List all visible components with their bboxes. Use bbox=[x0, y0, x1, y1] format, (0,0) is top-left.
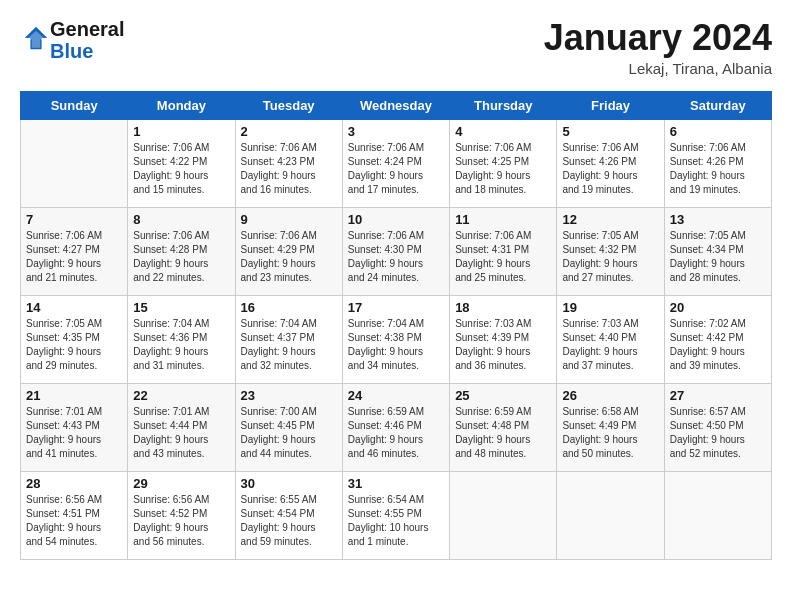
day-number: 15 bbox=[133, 300, 229, 315]
day-number: 20 bbox=[670, 300, 766, 315]
calendar-cell-w3-d0: 14Sunrise: 7:05 AM Sunset: 4:35 PM Dayli… bbox=[21, 295, 128, 383]
calendar-cell-w2-d0: 7Sunrise: 7:06 AM Sunset: 4:27 PM Daylig… bbox=[21, 207, 128, 295]
calendar-cell-w1-d0 bbox=[21, 119, 128, 207]
day-info: Sunrise: 6:56 AM Sunset: 4:52 PM Dayligh… bbox=[133, 493, 229, 549]
day-number: 22 bbox=[133, 388, 229, 403]
col-monday: Monday bbox=[128, 91, 235, 119]
day-info: Sunrise: 7:06 AM Sunset: 4:24 PM Dayligh… bbox=[348, 141, 444, 197]
calendar-cell-w4-d3: 24Sunrise: 6:59 AM Sunset: 4:46 PM Dayli… bbox=[342, 383, 449, 471]
day-number: 27 bbox=[670, 388, 766, 403]
calendar-cell-w5-d3: 31Sunrise: 6:54 AM Sunset: 4:55 PM Dayli… bbox=[342, 471, 449, 559]
svg-marker-1 bbox=[26, 31, 46, 48]
calendar: Sunday Monday Tuesday Wednesday Thursday… bbox=[20, 91, 772, 560]
day-info: Sunrise: 7:06 AM Sunset: 4:29 PM Dayligh… bbox=[241, 229, 337, 285]
day-info: Sunrise: 7:04 AM Sunset: 4:36 PM Dayligh… bbox=[133, 317, 229, 373]
day-info: Sunrise: 6:58 AM Sunset: 4:49 PM Dayligh… bbox=[562, 405, 658, 461]
day-info: Sunrise: 7:02 AM Sunset: 4:42 PM Dayligh… bbox=[670, 317, 766, 373]
day-info: Sunrise: 7:06 AM Sunset: 4:22 PM Dayligh… bbox=[133, 141, 229, 197]
day-info: Sunrise: 6:59 AM Sunset: 4:46 PM Dayligh… bbox=[348, 405, 444, 461]
col-tuesday: Tuesday bbox=[235, 91, 342, 119]
calendar-cell-w4-d5: 26Sunrise: 6:58 AM Sunset: 4:49 PM Dayli… bbox=[557, 383, 664, 471]
calendar-cell-w1-d5: 5Sunrise: 7:06 AM Sunset: 4:26 PM Daylig… bbox=[557, 119, 664, 207]
calendar-cell-w1-d6: 6Sunrise: 7:06 AM Sunset: 4:26 PM Daylig… bbox=[664, 119, 771, 207]
day-number: 7 bbox=[26, 212, 122, 227]
day-number: 6 bbox=[670, 124, 766, 139]
subtitle: Lekaj, Tirana, Albania bbox=[544, 60, 772, 77]
calendar-cell-w5-d5 bbox=[557, 471, 664, 559]
day-number: 29 bbox=[133, 476, 229, 491]
day-info: Sunrise: 7:05 AM Sunset: 4:32 PM Dayligh… bbox=[562, 229, 658, 285]
col-saturday: Saturday bbox=[664, 91, 771, 119]
logo-blue: Blue bbox=[50, 40, 93, 62]
day-number: 25 bbox=[455, 388, 551, 403]
col-sunday: Sunday bbox=[21, 91, 128, 119]
day-info: Sunrise: 7:06 AM Sunset: 4:25 PM Dayligh… bbox=[455, 141, 551, 197]
calendar-cell-w5-d6 bbox=[664, 471, 771, 559]
logo-general: General bbox=[50, 18, 124, 40]
calendar-cell-w1-d4: 4Sunrise: 7:06 AM Sunset: 4:25 PM Daylig… bbox=[450, 119, 557, 207]
day-number: 10 bbox=[348, 212, 444, 227]
day-number: 18 bbox=[455, 300, 551, 315]
calendar-header-row: Sunday Monday Tuesday Wednesday Thursday… bbox=[21, 91, 772, 119]
calendar-cell-w4-d0: 21Sunrise: 7:01 AM Sunset: 4:43 PM Dayli… bbox=[21, 383, 128, 471]
calendar-cell-w2-d4: 11Sunrise: 7:06 AM Sunset: 4:31 PM Dayli… bbox=[450, 207, 557, 295]
calendar-cell-w1-d1: 1Sunrise: 7:06 AM Sunset: 4:22 PM Daylig… bbox=[128, 119, 235, 207]
day-info: Sunrise: 7:06 AM Sunset: 4:23 PM Dayligh… bbox=[241, 141, 337, 197]
day-number: 31 bbox=[348, 476, 444, 491]
week-row-1: 1Sunrise: 7:06 AM Sunset: 4:22 PM Daylig… bbox=[21, 119, 772, 207]
calendar-cell-w2-d3: 10Sunrise: 7:06 AM Sunset: 4:30 PM Dayli… bbox=[342, 207, 449, 295]
day-number: 2 bbox=[241, 124, 337, 139]
month-title: January 2024 bbox=[544, 18, 772, 58]
day-info: Sunrise: 7:06 AM Sunset: 4:26 PM Dayligh… bbox=[670, 141, 766, 197]
day-number: 26 bbox=[562, 388, 658, 403]
week-row-4: 21Sunrise: 7:01 AM Sunset: 4:43 PM Dayli… bbox=[21, 383, 772, 471]
calendar-cell-w5-d1: 29Sunrise: 6:56 AM Sunset: 4:52 PM Dayli… bbox=[128, 471, 235, 559]
day-number: 24 bbox=[348, 388, 444, 403]
day-info: Sunrise: 7:01 AM Sunset: 4:43 PM Dayligh… bbox=[26, 405, 122, 461]
logo-text: General Blue bbox=[50, 18, 124, 62]
calendar-cell-w1-d2: 2Sunrise: 7:06 AM Sunset: 4:23 PM Daylig… bbox=[235, 119, 342, 207]
day-number: 13 bbox=[670, 212, 766, 227]
page: General Blue January 2024 Lekaj, Tirana,… bbox=[0, 0, 792, 612]
day-info: Sunrise: 6:57 AM Sunset: 4:50 PM Dayligh… bbox=[670, 405, 766, 461]
logo: General Blue bbox=[20, 18, 124, 62]
calendar-cell-w1-d3: 3Sunrise: 7:06 AM Sunset: 4:24 PM Daylig… bbox=[342, 119, 449, 207]
day-number: 11 bbox=[455, 212, 551, 227]
title-block: January 2024 Lekaj, Tirana, Albania bbox=[544, 18, 772, 77]
day-info: Sunrise: 7:06 AM Sunset: 4:31 PM Dayligh… bbox=[455, 229, 551, 285]
day-number: 8 bbox=[133, 212, 229, 227]
day-info: Sunrise: 6:54 AM Sunset: 4:55 PM Dayligh… bbox=[348, 493, 444, 549]
calendar-cell-w3-d2: 16Sunrise: 7:04 AM Sunset: 4:37 PM Dayli… bbox=[235, 295, 342, 383]
day-number: 19 bbox=[562, 300, 658, 315]
calendar-cell-w2-d5: 12Sunrise: 7:05 AM Sunset: 4:32 PM Dayli… bbox=[557, 207, 664, 295]
week-row-5: 28Sunrise: 6:56 AM Sunset: 4:51 PM Dayli… bbox=[21, 471, 772, 559]
day-info: Sunrise: 7:05 AM Sunset: 4:34 PM Dayligh… bbox=[670, 229, 766, 285]
day-number: 17 bbox=[348, 300, 444, 315]
calendar-cell-w5-d2: 30Sunrise: 6:55 AM Sunset: 4:54 PM Dayli… bbox=[235, 471, 342, 559]
day-info: Sunrise: 7:05 AM Sunset: 4:35 PM Dayligh… bbox=[26, 317, 122, 373]
day-info: Sunrise: 7:06 AM Sunset: 4:30 PM Dayligh… bbox=[348, 229, 444, 285]
col-friday: Friday bbox=[557, 91, 664, 119]
col-thursday: Thursday bbox=[450, 91, 557, 119]
calendar-cell-w3-d5: 19Sunrise: 7:03 AM Sunset: 4:40 PM Dayli… bbox=[557, 295, 664, 383]
day-number: 4 bbox=[455, 124, 551, 139]
day-number: 12 bbox=[562, 212, 658, 227]
day-info: Sunrise: 6:59 AM Sunset: 4:48 PM Dayligh… bbox=[455, 405, 551, 461]
calendar-cell-w4-d4: 25Sunrise: 6:59 AM Sunset: 4:48 PM Dayli… bbox=[450, 383, 557, 471]
day-info: Sunrise: 7:04 AM Sunset: 4:37 PM Dayligh… bbox=[241, 317, 337, 373]
calendar-cell-w3-d6: 20Sunrise: 7:02 AM Sunset: 4:42 PM Dayli… bbox=[664, 295, 771, 383]
day-info: Sunrise: 7:01 AM Sunset: 4:44 PM Dayligh… bbox=[133, 405, 229, 461]
day-number: 1 bbox=[133, 124, 229, 139]
day-info: Sunrise: 6:56 AM Sunset: 4:51 PM Dayligh… bbox=[26, 493, 122, 549]
day-number: 14 bbox=[26, 300, 122, 315]
calendar-cell-w5-d0: 28Sunrise: 6:56 AM Sunset: 4:51 PM Dayli… bbox=[21, 471, 128, 559]
day-number: 23 bbox=[241, 388, 337, 403]
calendar-cell-w2-d2: 9Sunrise: 7:06 AM Sunset: 4:29 PM Daylig… bbox=[235, 207, 342, 295]
day-info: Sunrise: 7:06 AM Sunset: 4:27 PM Dayligh… bbox=[26, 229, 122, 285]
day-number: 28 bbox=[26, 476, 122, 491]
day-info: Sunrise: 7:03 AM Sunset: 4:39 PM Dayligh… bbox=[455, 317, 551, 373]
day-number: 5 bbox=[562, 124, 658, 139]
day-info: Sunrise: 7:06 AM Sunset: 4:26 PM Dayligh… bbox=[562, 141, 658, 197]
calendar-cell-w4-d1: 22Sunrise: 7:01 AM Sunset: 4:44 PM Dayli… bbox=[128, 383, 235, 471]
calendar-cell-w4-d2: 23Sunrise: 7:00 AM Sunset: 4:45 PM Dayli… bbox=[235, 383, 342, 471]
